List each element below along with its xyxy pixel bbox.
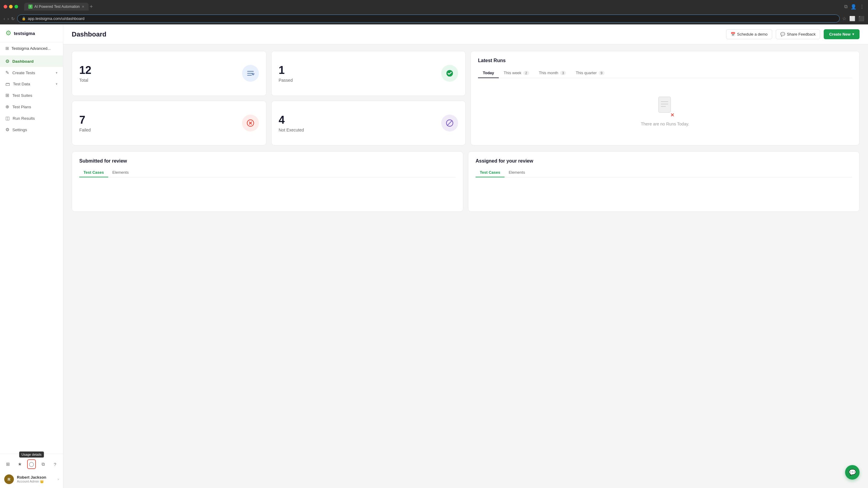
sidebar-item-test-plans[interactable]: ⊕ Test Plans — [0, 101, 63, 113]
profile-icon[interactable]: 👤 — [850, 4, 857, 10]
refresh-button[interactable]: ↻ — [11, 16, 15, 21]
sidebar-item-label: Create Tests — [12, 70, 35, 75]
stat-value-failed: 7 — [79, 114, 91, 126]
stat-card-not-executed: 4 Not Executed — [271, 101, 466, 146]
tab-this-month[interactable]: This month 3 — [534, 68, 571, 78]
submitted-review-card: Submitted for review Test Cases Elements — [72, 151, 463, 212]
assigned-review-title: Assigned for your review — [475, 159, 852, 164]
sidebar-item-label: Test Suites — [12, 93, 32, 98]
user-expand-icon: › — [58, 477, 59, 481]
tab-bar: T AI Powered Test Automation ✕ + — [24, 3, 842, 10]
sidebar-item-dashboard[interactable]: ⊙ Dashboard — [0, 56, 63, 67]
stat-card-passed: 1 Passed — [271, 51, 466, 96]
workspace-name: Testsigma Advanced... — [11, 46, 51, 51]
tab-count-week: 2 — [523, 71, 529, 75]
pip-icon[interactable]: ⬛ — [858, 16, 864, 21]
assigned-review-tabs: Test Cases Elements — [475, 168, 852, 177]
create-new-button[interactable]: Create New ▾ — [824, 29, 860, 39]
submitted-review-title: Submitted for review — [79, 159, 456, 164]
usage-circle-icon: ◯ — [29, 461, 34, 467]
layers-icon-button[interactable]: ⧉ — [39, 459, 48, 469]
browser-action-icons: ⧉ 👤 ⋮ — [844, 4, 864, 10]
settings-icon: ⚙ — [5, 127, 9, 133]
star-icon-button[interactable]: ★ — [16, 459, 24, 469]
cast-icon[interactable]: ⬜ — [849, 16, 855, 21]
stat-icon-passed — [441, 65, 458, 82]
new-tab-button[interactable]: + — [90, 4, 93, 10]
close-button[interactable] — [4, 5, 7, 8]
assigned-tab-elements[interactable]: Elements — [504, 168, 529, 177]
stat-icon-not-executed — [441, 115, 458, 132]
sidebar-logo: ⚙ testsigma — [0, 24, 63, 42]
grid-icon-button[interactable]: ⊞ — [4, 459, 12, 469]
forward-button[interactable]: › — [7, 16, 9, 21]
sidebar-item-label: Test Plans — [12, 105, 31, 109]
user-profile[interactable]: R Robert Jackson Account Admin 👑 › — [0, 471, 63, 487]
user-name: Robert Jackson — [17, 475, 55, 480]
address-bar-row: ‹ › ↻ 🔒 app.testsigma.com/ui/dashboard ☆… — [0, 13, 868, 24]
stat-label-total: Total — [79, 78, 91, 83]
active-tab[interactable]: T AI Powered Test Automation ✕ — [24, 3, 89, 10]
security-icon: 🔒 — [22, 17, 26, 21]
app-container: ⚙ testsigma ⊞ Testsigma Advanced... ⊙ Da… — [0, 24, 868, 488]
share-feedback-button[interactable]: 💬 Share Feedback — [776, 29, 820, 39]
back-button[interactable]: ‹ — [4, 16, 5, 21]
url-text: app.testsigma.com/ui/dashboard — [28, 16, 84, 21]
tab-this-week[interactable]: This week 2 — [499, 68, 534, 78]
submitted-tab-test-cases[interactable]: Test Cases — [79, 168, 108, 177]
no-runs-icon: ✕ — [657, 96, 673, 118]
help-icon-button[interactable]: ? — [51, 459, 59, 469]
bookmark-icon[interactable]: ☆ — [842, 16, 846, 21]
usage-icon-button[interactable]: ◯ Usage details — [27, 459, 36, 469]
stats-left-column: 12 Total 7 Failed — [72, 51, 267, 145]
browser-chrome: T AI Powered Test Automation ✕ + ⧉ 👤 ⋮ — [0, 0, 868, 13]
sidebar-item-test-data[interactable]: 🗃 Test Data ▾ — [0, 79, 63, 90]
create-tests-icon: ✎ — [5, 70, 9, 76]
stat-value-not-executed: 4 — [279, 114, 304, 126]
tab-close-icon[interactable]: ✕ — [82, 5, 84, 9]
dashboard-icon: ⊙ — [5, 58, 9, 64]
sidebar-item-run-results[interactable]: ◫ Run Results — [0, 113, 63, 124]
tab-today[interactable]: Today — [478, 68, 499, 78]
chat-bubble-icon: 💬 — [849, 469, 856, 476]
bottom-icons-row: ⊞ ★ ◯ Usage details ⧉ ? — [0, 457, 63, 471]
latest-runs-title: Latest Runs — [478, 58, 852, 63]
tab-count-month: 3 — [560, 71, 566, 75]
minimize-button[interactable] — [9, 5, 13, 8]
submitted-tab-elements[interactable]: Elements — [108, 168, 133, 177]
run-results-icon: ◫ — [5, 116, 10, 121]
avatar: R — [4, 475, 14, 484]
chat-button[interactable]: 💬 — [845, 465, 860, 480]
workspace-icon: ⊞ — [5, 46, 9, 51]
sidebar-item-settings[interactable]: ⚙ Settings — [0, 124, 63, 136]
stat-icon-total — [242, 65, 259, 82]
dropdown-arrow-icon: ▾ — [852, 32, 854, 36]
maximize-button[interactable] — [14, 5, 18, 8]
no-runs-text: There are no Runs Today. — [641, 121, 689, 126]
sidebar-nav: ⊙ Dashboard ✎ Create Tests ▾ 🗃 Test Data… — [0, 54, 63, 454]
assigned-tab-test-cases[interactable]: Test Cases — [475, 168, 504, 177]
sidebar-item-label: Run Results — [13, 116, 35, 121]
workspace-selector[interactable]: ⊞ Testsigma Advanced... — [0, 42, 63, 54]
browser-menu-icon[interactable]: ⋮ — [860, 4, 864, 10]
stat-icon-failed — [242, 115, 259, 132]
sidebar-item-create-tests[interactable]: ✎ Create Tests ▾ — [0, 67, 63, 79]
stat-info-not-executed: 4 Not Executed — [279, 114, 304, 133]
chat-icon: 💬 — [780, 32, 785, 36]
stats-middle-column: 1 Passed 4 Not Execu — [271, 51, 466, 145]
address-bar[interactable]: 🔒 app.testsigma.com/ui/dashboard — [17, 15, 840, 23]
main-content: Dashboard 📅 Schedule a demo 💬 Share Feed… — [63, 24, 868, 488]
sidebar-bottom: ⊞ ★ ◯ Usage details ⧉ ? R Robert Jackson… — [0, 454, 63, 488]
extensions-icon[interactable]: ⧉ — [844, 4, 847, 9]
review-row: Submitted for review Test Cases Elements… — [72, 151, 860, 212]
logo-text: testsigma — [14, 31, 35, 36]
sidebar-item-test-suites[interactable]: ⊞ Test Suites — [0, 90, 63, 101]
stat-value-total: 12 — [79, 64, 91, 77]
sidebar: ⚙ testsigma ⊞ Testsigma Advanced... ⊙ Da… — [0, 24, 63, 488]
sidebar-item-label: Dashboard — [12, 59, 34, 64]
schedule-demo-button[interactable]: 📅 Schedule a demo — [726, 29, 772, 39]
sidebar-item-label: Test Data — [13, 82, 30, 86]
assigned-review-card: Assigned for your review Test Cases Elem… — [468, 151, 860, 212]
page-title: Dashboard — [72, 30, 721, 38]
tab-this-quarter[interactable]: This quarter 9 — [571, 68, 610, 78]
